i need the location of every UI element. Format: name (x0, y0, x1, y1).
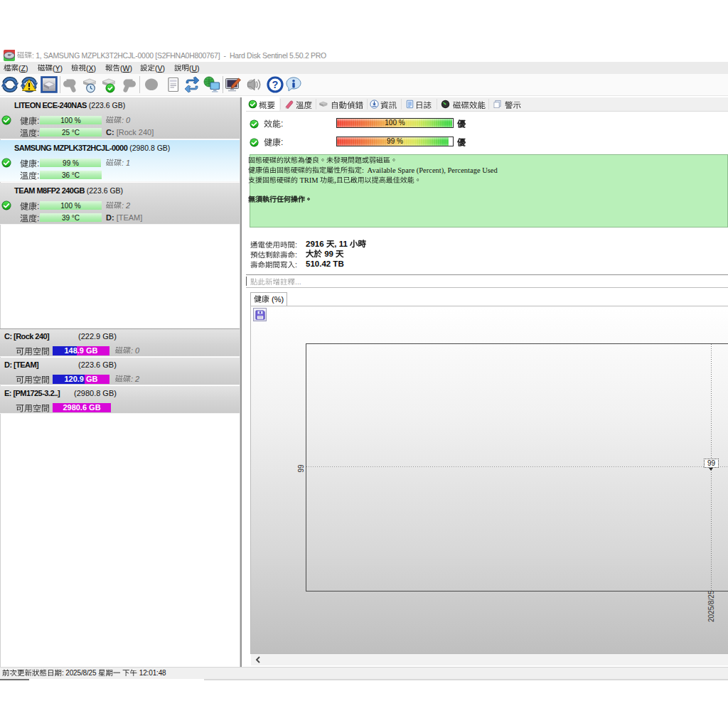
svg-text:?: ? (272, 79, 279, 90)
